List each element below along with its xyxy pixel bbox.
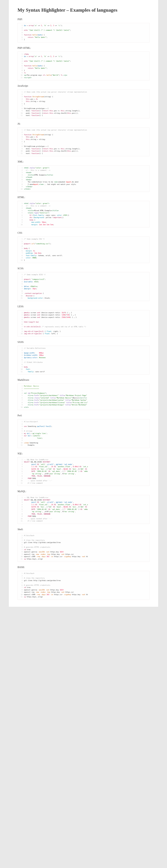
section-label: SASS:: [18, 341, 149, 344]
code-block: 1<html style="color: green"> 2 <!-- this…: [18, 201, 149, 227]
code-block: 1#!/bin/bash 2 3# clone the repository 4…: [18, 533, 149, 562]
section-label: JavaScript:: [18, 85, 149, 87]
section-label: SCSS:: [18, 267, 149, 270]
code-block: 1-- SQL Mode for CodeMirror 2SELECT SQL_…: [18, 495, 149, 524]
code-block: 1$a = array('a' => 1, 'b' => 2, 3 => 'c'…: [18, 23, 149, 42]
section-label: MarkDown:: [18, 379, 149, 381]
code-block: 1// Variable Definitions 2 3$page-width:…: [18, 346, 149, 375]
section-label: PHP:: [18, 18, 149, 21]
page-title: My Syntax Highlighter – Examples of lang…: [18, 7, 149, 13]
code-block: 1@media screen and (device-aspect-ratio:…: [18, 310, 149, 337]
section-label: Perl:: [18, 414, 149, 417]
code-block: 1// Demo code (the actual new parser cha…: [18, 89, 149, 118]
code-block: 1-- SQL Mode for CodeMirror 2SELECT SQL_…: [18, 457, 149, 486]
section-label: CSS:: [18, 231, 149, 235]
section-label: HTML:: [18, 196, 149, 199]
section-label: JS:: [18, 123, 149, 125]
section-label: SQL:: [18, 452, 149, 455]
code-block: 1// Demo code (the actual new parser cha…: [18, 127, 149, 156]
section-label: LESS:: [18, 305, 149, 308]
section-label: MySQL:: [18, 490, 149, 493]
sections-container: PHP:1$a = array('a' => 1, 'b' => 2, 3 =>…: [18, 18, 149, 600]
code-block: 1/* Some example CSS */ 2 3@import url("…: [18, 237, 149, 263]
section-label: BASH:: [18, 566, 149, 569]
code-block: 1<?php 2$a = array('a' => 1, 'b' => 2, 3…: [18, 52, 149, 81]
section-label: PHP+HTML:: [18, 47, 149, 50]
page-container: My Syntax Highlighter – Examples of lang…: [9, 0, 158, 607]
code-block: 1/* Some example SCSS */ 2 3@import "com…: [18, 272, 149, 301]
code-block: 1Markdown: Basics 2================ 3 4<…: [18, 383, 149, 410]
section-label: XML:: [18, 160, 149, 163]
code-block: 1#!/usr/bin/perl 2 3use Something qw{fun…: [18, 419, 149, 448]
section-label: Shell:: [18, 528, 149, 531]
code-block: 1#!/bin/bash 2 3# clone the repository 4…: [18, 571, 149, 600]
code-block: 1<html style="color: green"> 2 <!-- this…: [18, 165, 149, 192]
